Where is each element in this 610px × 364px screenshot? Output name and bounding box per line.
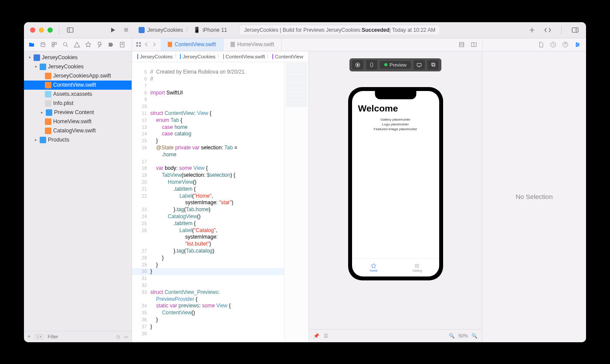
duplicate-preview-icon[interactable] xyxy=(427,60,439,70)
forward-icon[interactable] xyxy=(151,41,157,47)
preview-options-icon[interactable]: ☰ xyxy=(324,333,328,339)
filter-scope-icon[interactable]: ⊙▾ xyxy=(34,334,44,339)
code-review-icon[interactable] xyxy=(543,25,552,35)
tree-folder[interactable]: ▸Preview Content xyxy=(24,108,132,117)
code-line[interactable]: 9 xyxy=(132,96,284,103)
code-line[interactable]: 35 ContentView() xyxy=(132,310,284,317)
tree-folder[interactable]: ▾JerseyCookies xyxy=(24,62,132,71)
debug-navigator-icon[interactable] xyxy=(96,41,103,48)
code-line[interactable]: 27 }.tag(Tab.catalog) xyxy=(132,248,284,255)
code-line[interactable]: 25 .tabItem { xyxy=(132,220,284,227)
jump-bar[interactable]: JerseyCookies〉 JerseyCookies〉 ContentVie… xyxy=(132,51,308,62)
minimap[interactable] xyxy=(284,62,308,342)
code-line[interactable]: 23 }.tag(Tab.home) xyxy=(132,206,284,213)
code-line[interactable]: 22 Label("Home", xyxy=(132,193,284,200)
preview-on-device-icon[interactable] xyxy=(366,60,377,70)
run-button[interactable] xyxy=(108,25,118,35)
code-line[interactable]: 31 xyxy=(132,275,284,282)
code-line[interactable]: 29 } xyxy=(132,262,284,269)
code-line[interactable]: 20 HomeView() xyxy=(132,179,284,186)
code-line[interactable]: 21 .tabItem { xyxy=(132,186,284,193)
tree-file[interactable]: HomeView.swift xyxy=(24,117,132,126)
scm-icon[interactable]: ▭ xyxy=(124,334,128,340)
code-line[interactable]: 32 xyxy=(132,282,284,289)
source-control-navigator-icon[interactable] xyxy=(40,41,46,48)
close-window[interactable] xyxy=(30,27,35,33)
code-line[interactable]: 36 } xyxy=(132,317,284,324)
code-line[interactable]: 14 case catalog xyxy=(132,131,284,138)
code-line[interactable]: "list.bullet") xyxy=(132,241,284,248)
test-navigator-icon[interactable] xyxy=(85,41,92,48)
inspector-toggle-icon[interactable] xyxy=(570,25,580,35)
symbol-navigator-icon[interactable] xyxy=(51,41,58,48)
code-line[interactable]: systemImage: "star") xyxy=(132,199,284,206)
zoom-out-icon[interactable]: 🔍 xyxy=(449,333,455,339)
preview-status[interactable]: Preview xyxy=(380,61,411,69)
report-navigator-icon[interactable] xyxy=(119,41,125,48)
history-inspector-icon[interactable] xyxy=(550,41,556,48)
add-editor-icon[interactable] xyxy=(471,41,477,48)
code-line[interactable]: 30} xyxy=(132,268,284,275)
sidebar-toggle-icon[interactable] xyxy=(65,25,75,35)
tab-contentview[interactable]: ContentView.swift xyxy=(161,38,224,51)
live-preview-icon[interactable] xyxy=(352,60,363,70)
breakpoint-navigator-icon[interactable] xyxy=(108,41,114,48)
code-line[interactable]: 7 xyxy=(132,83,284,90)
code-line[interactable]: 37} xyxy=(132,324,284,330)
code-line[interactable]: 28 } xyxy=(132,255,284,262)
code-line[interactable]: systemImage: xyxy=(132,234,284,241)
code-line[interactable]: 8import SwiftUI xyxy=(132,90,284,97)
scheme-selector[interactable]: JerseyCookies 〉 📱 iPhone 11 xyxy=(134,26,231,34)
code-line[interactable]: 17 xyxy=(132,158,284,165)
related-items-icon[interactable] xyxy=(136,41,142,47)
minimize-window[interactable] xyxy=(39,27,44,33)
zoom-window[interactable] xyxy=(47,27,53,33)
editor-options-icon[interactable] xyxy=(458,41,465,48)
help-inspector-icon[interactable] xyxy=(562,41,569,48)
add-file-icon[interactable]: + xyxy=(27,334,30,340)
library-plus-icon[interactable] xyxy=(527,25,537,35)
code-line[interactable]: 19 TabView(selection: $selection) { xyxy=(132,172,284,179)
tab-homeview[interactable]: HomeView.swift xyxy=(224,38,281,51)
code-line[interactable]: 16 @State private var selection: Tab = xyxy=(132,145,284,152)
tree-file[interactable]: Info.plist xyxy=(24,99,132,108)
tree-file-selected[interactable]: ContentView.swift xyxy=(24,81,132,90)
code-line[interactable]: 6// xyxy=(132,76,284,83)
issue-navigator-icon[interactable] xyxy=(74,41,80,48)
code-line[interactable]: .home xyxy=(132,152,284,158)
code-line[interactable]: 15 } xyxy=(132,138,284,145)
file-tree[interactable]: ▾JerseyCookies ▾JerseyCookies JerseyCook… xyxy=(24,51,132,331)
tree-folder[interactable]: ▸Products xyxy=(24,135,132,145)
code-line[interactable]: 24 CatalogView() xyxy=(132,213,284,220)
back-icon[interactable] xyxy=(143,41,149,47)
code-line[interactable] xyxy=(132,62,284,69)
tab-home[interactable]: Home xyxy=(352,259,396,276)
build-status-bar[interactable]: JerseyCookies | Build for Previews Jerse… xyxy=(239,25,440,35)
source-code[interactable]: 5// Created by Elena Rubilova on 9/20/21… xyxy=(132,62,284,342)
code-line[interactable]: 11struct ContentView: View { xyxy=(132,110,284,117)
pin-preview-icon[interactable]: 📌 xyxy=(313,333,319,339)
project-navigator-icon[interactable] xyxy=(28,41,35,48)
tab-catalog[interactable]: Catalog xyxy=(396,259,439,276)
code-line[interactable]: PreviewProvider { xyxy=(132,296,284,303)
code-line[interactable]: 10 xyxy=(132,103,284,110)
tree-file[interactable]: JerseyCookiesApp.swift xyxy=(24,71,132,81)
attributes-inspector-icon[interactable] xyxy=(574,41,581,48)
find-navigator-icon[interactable] xyxy=(62,41,69,48)
code-line[interactable]: 38 xyxy=(132,330,284,337)
navigator-tabs[interactable] xyxy=(24,38,132,51)
recent-icon[interactable]: ◷ xyxy=(116,334,120,340)
tree-file[interactable]: CatalogView.swift xyxy=(24,126,132,135)
app-preview[interactable]: Welcome Gallery placeholder Logo placeho… xyxy=(352,91,439,276)
code-line[interactable]: 26 Label("Catalog", xyxy=(132,227,284,234)
zoom-in-icon[interactable]: 🔍 xyxy=(471,333,478,339)
inspect-preview-icon[interactable] xyxy=(413,60,425,70)
code-line[interactable]: 13 case home xyxy=(132,124,284,131)
tree-file[interactable]: Assets.xcassets xyxy=(24,90,132,99)
filter-input[interactable] xyxy=(47,334,112,339)
code-line[interactable]: 5// Created by Elena Rubilova on 9/20/21… xyxy=(132,69,284,76)
code-line[interactable]: 12 enum Tab { xyxy=(132,117,284,124)
code-line[interactable]: 34 static var previews: some View { xyxy=(132,303,284,310)
tree-project-root[interactable]: ▾JerseyCookies xyxy=(24,53,132,62)
code-line[interactable]: 33struct ContentView_Previews: xyxy=(132,289,284,296)
